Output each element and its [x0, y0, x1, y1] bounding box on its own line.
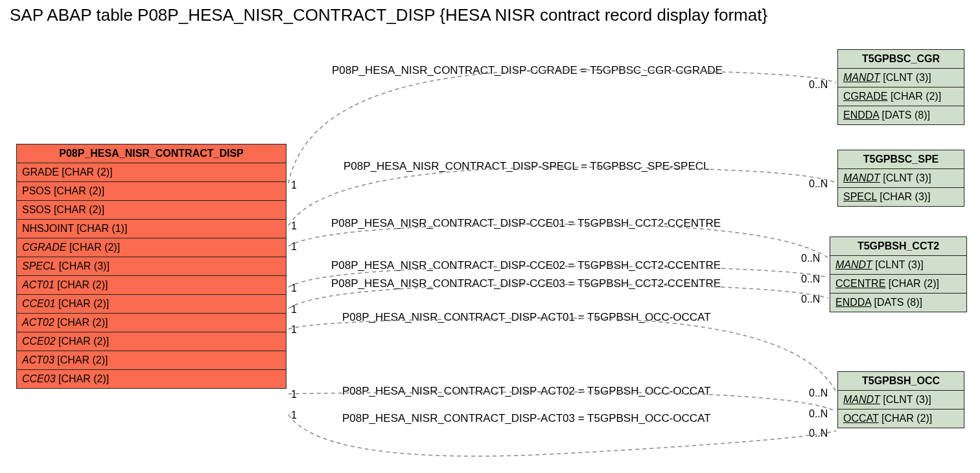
main-field-row: CCE01 [CHAR (2)]: [17, 295, 286, 314]
ref-field-row: SPECL [CHAR (3)]: [838, 188, 964, 206]
field-type: [CHAR (2)]: [58, 298, 109, 309]
field-type: [CHAR (2)]: [62, 167, 112, 178]
cardinality-left: 1: [291, 179, 297, 191]
main-field-row: CCE02 [CHAR (2)]: [17, 332, 286, 351]
field-name: ACT01: [22, 279, 57, 290]
field-name: SPECL: [22, 260, 59, 271]
ref-field-type: [CLNT (3)]: [880, 394, 931, 405]
field-type: [CHAR (2)]: [57, 279, 108, 290]
ref-field-type: [CHAR (2)]: [879, 413, 933, 424]
ref-entity-cct2: T5GPBSH_CCT2MANDT [CLNT (3)]CCENTRE [CHA…: [830, 236, 967, 312]
relation-label: P08P_HESA_NISR_CONTRACT_DISP-CCE03 = T5G…: [331, 277, 721, 290]
field-name: NHSJOINT: [22, 223, 76, 234]
cardinality-right: 0..N: [801, 294, 820, 305]
ref-entity-occ: T5GPBSH_OCCMANDT [CLNT (3)]OCCAT [CHAR (…: [837, 371, 964, 428]
relation-label: P08P_HESA_NISR_CONTRACT_DISP-CCE02 = T5G…: [331, 259, 721, 272]
main-field-row: NHSJOINT [CHAR (1)]: [17, 220, 286, 238]
ref-field-row: MANDT [CLNT (3)]: [838, 69, 964, 87]
ref-field-type: [CLNT (3)]: [880, 72, 931, 83]
cardinality-left: 1: [291, 283, 297, 294]
field-name: CCE03: [22, 373, 58, 384]
ref-field-row: CGRADE [CHAR (2)]: [838, 87, 964, 106]
cardinality-left: 1: [291, 389, 297, 400]
cardinality-right: 0..N: [801, 273, 820, 285]
cardinality-right: 0..N: [809, 428, 828, 439]
cardinality-left: 1: [291, 304, 297, 316]
ref-entity-name: T5GPBSC_CGR: [838, 50, 964, 69]
cardinality-right: 0..N: [809, 178, 828, 190]
ref-field-type: [CLNT (3)]: [872, 259, 924, 270]
field-name: ACT02: [22, 317, 57, 328]
field-name: CGRADE: [22, 242, 69, 253]
ref-field-type: [CHAR (3)]: [877, 191, 931, 202]
main-field-row: CGRADE [CHAR (2)]: [17, 238, 286, 257]
cardinality-right: 0..N: [809, 408, 828, 420]
field-type: [CHAR (2)]: [57, 317, 108, 328]
cardinality-left: 1: [291, 324, 297, 336]
field-name: GRADE: [22, 167, 62, 178]
cardinality-left: 1: [291, 410, 297, 421]
cardinality-left: 1: [291, 220, 297, 232]
field-name: PSOS: [22, 185, 54, 196]
relation-label: P08P_HESA_NISR_CONTRACT_DISP-ACT02 = T5G…: [342, 385, 711, 398]
cardinality-left: 1: [291, 241, 297, 253]
ref-field-name: MANDT: [843, 172, 880, 183]
ref-field-type: [CLNT (3)]: [880, 172, 931, 183]
field-type: [CHAR (2)]: [57, 354, 108, 365]
relation-label: P08P_HESA_NISR_CONTRACT_DISP-ACT01 = T5G…: [342, 311, 711, 324]
ref-field-type: [CHAR (2)]: [885, 278, 939, 289]
ref-entity-cgr: T5GPBSC_CGRMANDT [CLNT (3)]CGRADE [CHAR …: [837, 49, 964, 125]
ref-entity-name: T5GPBSH_CCT2: [830, 237, 966, 256]
main-field-row: SPECL [CHAR (3)]: [17, 257, 286, 276]
cardinality-right: 0..N: [809, 387, 828, 399]
main-field-row: CCE03 [CHAR (2)]: [17, 370, 286, 388]
main-field-row: GRADE [CHAR (2)]: [17, 163, 286, 182]
field-type: [CHAR (2)]: [54, 204, 104, 215]
relation-label: P08P_HESA_NISR_CONTRACT_DISP-ACT03 = T5G…: [342, 412, 711, 425]
ref-field-name: MANDT: [835, 259, 872, 270]
field-type: [CHAR (2)]: [58, 336, 109, 347]
main-field-row: ACT03 [CHAR (2)]: [17, 351, 286, 370]
main-field-row: ACT02 [CHAR (2)]: [17, 314, 286, 332]
ref-field-name: CCENTRE: [835, 278, 885, 289]
main-field-row: PSOS [CHAR (2)]: [17, 182, 286, 201]
ref-field-row: ENDDA [DATS (8)]: [830, 294, 966, 312]
cardinality-right: 0..N: [801, 253, 820, 264]
field-name: SSOS: [22, 204, 54, 215]
field-name: CCE02: [22, 336, 58, 347]
cardinality-right: 0..N: [809, 79, 828, 91]
relation-label: P08P_HESA_NISR_CONTRACT_DISP-CGRADE = T5…: [332, 64, 723, 77]
ref-field-row: MANDT [CLNT (3)]: [830, 256, 966, 275]
field-name: ACT03: [22, 354, 57, 365]
main-field-row: ACT01 [CHAR (2)]: [17, 276, 286, 295]
ref-entity-spe: T5GPBSC_SPEMANDT [CLNT (3)]SPECL [CHAR (…: [837, 150, 964, 207]
ref-field-type: [CHAR (2)]: [887, 91, 941, 102]
ref-entity-name: T5GPBSH_OCC: [838, 372, 964, 391]
relation-label: P08P_HESA_NISR_CONTRACT_DISP-CCE01 = T5G…: [331, 217, 721, 230]
field-type: [CHAR (3)]: [59, 260, 110, 271]
main-field-row: SSOS [CHAR (2)]: [17, 201, 286, 220]
field-type: [CHAR (2)]: [69, 242, 120, 253]
ref-field-row: ENDDA [DATS (8)]: [838, 106, 964, 124]
ref-field-name: MANDT: [843, 72, 880, 83]
ref-field-name: CGRADE: [843, 91, 887, 102]
ref-field-name: ENDDA: [843, 110, 879, 121]
main-entity-name: P08P_HESA_NISR_CONTRACT_DISP: [17, 144, 286, 163]
ref-field-name: OCCAT: [843, 413, 879, 424]
field-type: [CHAR (1)]: [76, 223, 127, 234]
field-type: [CHAR (2)]: [58, 373, 109, 384]
main-entity-table: P08P_HESA_NISR_CONTRACT_DISP GRADE [CHAR…: [16, 144, 286, 389]
ref-field-row: MANDT [CLNT (3)]: [838, 391, 964, 410]
ref-field-row: OCCAT [CHAR (2)]: [838, 410, 964, 428]
field-name: CCE01: [22, 298, 58, 309]
ref-field-name: MANDT: [843, 394, 880, 405]
ref-field-name: ENDDA: [835, 297, 871, 308]
ref-field-type: [DATS (8)]: [879, 110, 930, 121]
page-title: SAP ABAP table P08P_HESA_NISR_CONTRACT_D…: [10, 5, 767, 25]
field-type: [CHAR (2)]: [54, 185, 104, 196]
ref-entity-name: T5GPBSC_SPE: [838, 150, 964, 169]
ref-field-row: MANDT [CLNT (3)]: [838, 169, 964, 188]
ref-field-name: SPECL: [843, 191, 877, 202]
ref-field-type: [DATS (8)]: [871, 297, 922, 308]
ref-field-row: CCENTRE [CHAR (2)]: [830, 275, 966, 294]
